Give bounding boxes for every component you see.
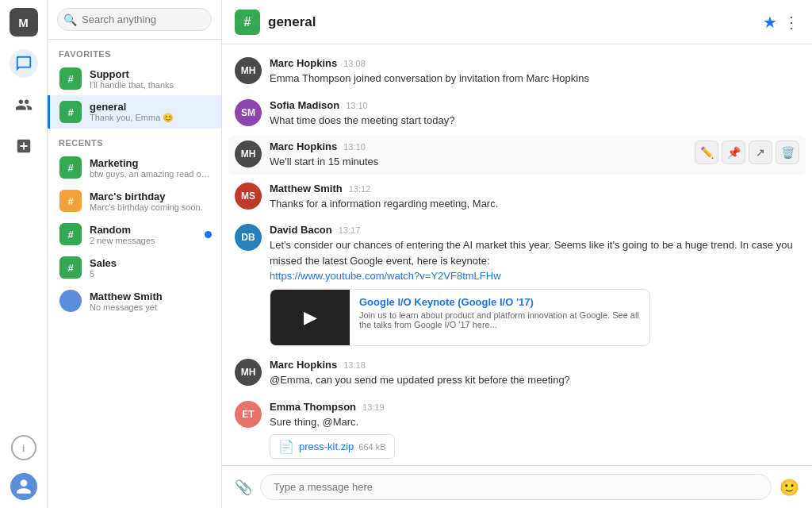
search-icon: 🔍 [63, 13, 77, 26]
msg-link-m5[interactable]: https://www.youtube.com/watch?v=Y2VF8tmL… [270, 270, 501, 282]
channel-name: general [268, 14, 755, 30]
channel-icon: # [235, 10, 260, 35]
msg-avatar-m4: MS [235, 183, 262, 210]
msg-text-m7: Sure thing, @Marc. [270, 414, 799, 430]
channel-icon-marketing: # [59, 156, 82, 179]
main-avatar[interactable]: M [10, 8, 38, 37]
info-icon[interactable]: i [11, 435, 36, 460]
star-icon[interactable]: ★ [763, 13, 777, 32]
channel-preview-general: Thank you, Emma 😊 [90, 113, 212, 123]
msg-avatar-m6: MH [235, 359, 262, 386]
channel-info-marketing: Marketing btw guys, an amazing read on .… [90, 157, 212, 179]
preview-thumb-m5: ▶ [270, 290, 350, 345]
msg-avatar-m5: DB [235, 224, 262, 251]
channel-icon-random: # [59, 223, 82, 245]
msg-header-m7: Emma Thompson 13:19 [270, 401, 799, 413]
delete-button[interactable]: 🗑️ [776, 140, 799, 164]
msg-text-m1: Emma Thompson joined conversation by inv… [270, 71, 799, 87]
file-name-m7: press-kit.zip [299, 441, 354, 452]
msg-header-m1: Marc Hopkins 13:08 [270, 57, 799, 69]
message-row-m4: MS Matthew Smith 13:12 Thanks for a info… [235, 183, 799, 212]
message-input[interactable] [260, 474, 772, 500]
msg-text-m4: Thanks for a information regarding meeti… [270, 196, 799, 212]
file-size-m7: 664 kB [358, 442, 385, 452]
channel-icon-support: # [59, 67, 82, 90]
preview-desc-m5: Join us to learn about product and platf… [359, 310, 640, 329]
share-button[interactable]: ↗ [749, 140, 772, 164]
msg-name-m6: Marc Hopkins [270, 359, 337, 371]
pin-button[interactable]: 📌 [722, 140, 745, 164]
msg-avatar-m3: MH [235, 140, 262, 167]
chat-nav-icon[interactable] [10, 49, 38, 78]
msg-name-m3: Marc Hopkins [270, 140, 337, 152]
channel-preview-marketing: btw guys, an amazing read on ... [90, 169, 212, 179]
msg-text-m6: @Emma, can you send me updated press kit… [270, 372, 799, 388]
preview-info-m5: Google I/O Keynote (Google I/O '17) Join… [350, 290, 649, 345]
msg-text-m5: Let's consider our chances of entering t… [270, 237, 799, 268]
msg-body-m5: David Bacon 13:17 Let's consider our cha… [270, 224, 799, 346]
sidebar-item-random[interactable]: # Random 2 new messages [48, 217, 221, 251]
edit-button[interactable]: ✏️ [695, 140, 718, 164]
attachment-icon[interactable]: 📎 [235, 479, 252, 496]
msg-name-m4: Matthew Smith [270, 183, 343, 194]
msg-name-m1: Marc Hopkins [270, 57, 337, 69]
chat-input-area: 📎 🙂 [222, 465, 812, 508]
sidebar-item-matthew[interactable]: Matthew Smith No messages yet [48, 284, 221, 318]
channel-info-support: Support I'll handle that, thanks [90, 68, 212, 90]
msg-text-m2: What time does the meeting start today? [270, 113, 799, 129]
msg-time-m6: 13:18 [343, 360, 366, 370]
channel-name-random: Random [90, 224, 197, 236]
file-icon-m7: 📄 [278, 439, 294, 454]
channel-icon-marcs-birthday: # [59, 190, 82, 212]
channel-preview-support: I'll handle that, thanks [90, 80, 212, 90]
chat-header: # general ★ ⋮ [222, 0, 812, 44]
channel-name-marketing: Marketing [90, 157, 212, 169]
msg-body-m6: Marc Hopkins 13:18 @Emma, can you send m… [270, 359, 799, 388]
msg-avatar-m2: SM [235, 99, 262, 126]
message-row-m5: DB David Bacon 13:17 Let's consider our … [235, 224, 799, 346]
channel-name-marcs-birthday: Marc's birthday [90, 190, 212, 202]
icon-bar: M i [0, 0, 48, 508]
msg-body-m4: Matthew Smith 13:12 Thanks for a informa… [270, 183, 799, 212]
msg-avatar-m7: ET [235, 401, 262, 428]
link-preview-m5[interactable]: ▶ Google I/O Keynote (Google I/O '17) Jo… [270, 289, 650, 346]
msg-time-m4: 13:12 [349, 184, 371, 194]
message-row-m2: SM Sofia Madison 13:10 What time does th… [235, 99, 799, 129]
sidebar-item-marcs-birthday[interactable]: # Marc's birthday Marc's birthday coming… [48, 184, 221, 217]
channel-name-sales: Sales [90, 257, 212, 269]
header-actions: ★ ⋮ [763, 13, 799, 32]
channel-preview-random: 2 new messages [90, 236, 197, 245]
msg-body-m1: Marc Hopkins 13:08 Emma Thompson joined … [270, 57, 799, 87]
file-attach-m7[interactable]: 📄 press-kit.zip 664 kB [270, 434, 395, 459]
search-input[interactable] [57, 8, 212, 31]
msg-header-m2: Sofia Madison 13:10 [270, 99, 799, 111]
msg-header-m4: Matthew Smith 13:12 [270, 183, 799, 194]
channel-name-general: general [90, 101, 212, 113]
msg-header-m5: David Bacon 13:17 [270, 224, 799, 236]
preview-title-m5: Google I/O Keynote (Google I/O '17) [359, 296, 640, 308]
message-actions: ✏️ 📌 ↗ 🗑️ [695, 140, 799, 164]
channel-info-random: Random 2 new messages [90, 224, 197, 245]
sidebar-item-general[interactable]: # general Thank you, Emma 😊 [48, 95, 221, 129]
sidebar-item-marketing[interactable]: # Marketing btw guys, an amazing read on… [48, 151, 221, 184]
recents-list: # Marketing btw guys, an amazing read on… [48, 151, 221, 318]
channel-preview-sales: 5 [90, 269, 212, 279]
message-row-m7: ET Emma Thompson 13:19 Sure thing, @Marc… [235, 401, 799, 460]
sidebar-item-support[interactable]: # Support I'll handle that, thanks [48, 62, 221, 95]
channel-info-general: general Thank you, Emma 😊 [90, 101, 212, 123]
sidebar-item-sales[interactable]: # Sales 5 [48, 251, 221, 284]
badge-random [205, 231, 212, 238]
emoji-icon[interactable]: 🙂 [779, 478, 799, 497]
contacts-nav-icon[interactable] [10, 90, 38, 119]
channel-name-matthew: Matthew Smith [90, 291, 212, 302]
search-bar: 🔍 [48, 0, 221, 40]
user-avatar[interactable] [10, 473, 37, 500]
channel-preview-matthew: No messages yet [90, 302, 212, 312]
avatar-matthew [59, 290, 82, 312]
message-row-m6: MH Marc Hopkins 13:18 @Emma, can you sen… [235, 359, 799, 388]
add-nav-icon[interactable] [10, 132, 38, 160]
channel-icon-general: # [59, 101, 82, 123]
msg-avatar-m1: MH [235, 57, 262, 84]
more-options-icon[interactable]: ⋮ [783, 13, 799, 32]
favorites-label: FAVORITES [48, 40, 221, 62]
